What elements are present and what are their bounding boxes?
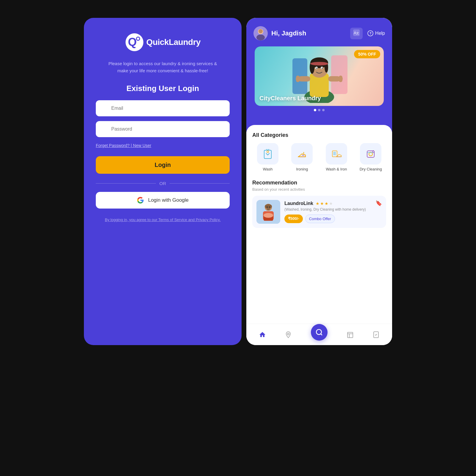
rec-description: (Washed, Ironing, Dry Cleaning with home… xyxy=(284,207,382,212)
svg-rect-61 xyxy=(347,332,353,338)
svg-point-59 xyxy=(316,329,321,334)
svg-point-56 xyxy=(267,206,268,208)
rec-name: LaundroLink xyxy=(284,201,313,206)
rec-info: LaundroLink ★ ★ ★ ★ (Washed, Ironing, Dr… xyxy=(284,201,382,223)
logo-area: Q QuickLaundry xyxy=(125,33,201,52)
greeting-text: Hi, Jagdish xyxy=(271,29,306,37)
combo-badge: Combo Offer xyxy=(305,214,335,223)
svg-point-38 xyxy=(303,155,304,156)
svg-point-3 xyxy=(137,37,139,40)
svg-rect-29 xyxy=(296,76,300,82)
login-button[interactable]: Login xyxy=(96,156,230,174)
recommendation-header: Recommendation xyxy=(252,180,386,186)
svg-point-58 xyxy=(287,333,289,335)
wash-iron-label: Wash & Iron xyxy=(326,167,347,171)
home-screen: Hi, Jagdish A 文 ? xyxy=(246,18,392,345)
svg-point-46 xyxy=(369,152,372,156)
categories-grid: Wash Ironing xyxy=(252,143,386,171)
price-badge: ₹500/- xyxy=(284,214,303,223)
terms-text: By logging in, you agree to our Terms of… xyxy=(105,217,221,223)
login-section-title: Existing User Login xyxy=(126,84,199,93)
banner-dot-1[interactable] xyxy=(314,109,316,111)
google-btn-label: Login with Google xyxy=(148,197,189,203)
help-label: Help xyxy=(375,31,385,36)
help-button[interactable]: ? Help xyxy=(367,30,385,36)
help-icon: ? xyxy=(367,30,373,36)
nav-orders[interactable] xyxy=(347,331,354,338)
home-header: Hi, Jagdish A 文 ? xyxy=(246,18,392,132)
nav-tasks[interactable] xyxy=(372,331,380,338)
app-logo-text: QuickLaundry xyxy=(146,37,201,47)
password-input-group: 🔒 xyxy=(96,121,230,137)
nav-location[interactable] xyxy=(285,331,292,338)
google-logo-icon xyxy=(137,197,144,204)
bookmark-icon[interactable]: 🔖 xyxy=(375,200,382,206)
wash-label: Wash xyxy=(263,167,273,171)
svg-rect-14 xyxy=(331,55,347,94)
banner-card[interactable]: 50% OFF CityCleaners Laundry xyxy=(255,46,384,106)
avatar xyxy=(253,26,268,40)
svg-rect-30 xyxy=(339,76,342,82)
star-rating: ★ ★ ★ ★ xyxy=(316,201,333,206)
category-dry-cleaning[interactable]: Dry Cleaning xyxy=(356,143,386,171)
forgot-password-link[interactable]: Forget Password? | New User xyxy=(96,143,230,148)
svg-line-60 xyxy=(321,334,322,335)
svg-point-7 xyxy=(259,29,263,33)
rec-actions: ₹500/- Combo Offer xyxy=(284,214,382,223)
translate-button[interactable]: A 文 xyxy=(350,28,363,39)
dry-cleaning-label: Dry Cleaning xyxy=(360,167,382,171)
user-greeting: Hi, Jagdish xyxy=(253,26,306,40)
svg-rect-32 xyxy=(264,150,271,159)
star-2: ★ xyxy=(320,201,324,206)
nav-home[interactable] xyxy=(259,331,266,338)
category-wash-iron[interactable]: Wash & Iron xyxy=(321,143,352,171)
home-content: All Categories Wash xyxy=(246,125,392,345)
email-input[interactable] xyxy=(96,100,230,116)
ironing-icon-box xyxy=(291,143,313,165)
email-input-group: ✉ xyxy=(96,100,230,116)
svg-point-37 xyxy=(302,155,303,156)
login-screen: Q QuickLaundry Please login to access ou… xyxy=(84,18,242,345)
star-1: ★ xyxy=(316,201,320,206)
svg-point-57 xyxy=(269,206,270,208)
dry-cleaning-icon-box xyxy=(360,143,381,165)
svg-text:Q: Q xyxy=(128,36,137,48)
svg-point-24 xyxy=(322,68,323,69)
rec-image xyxy=(256,200,280,224)
banner-dots xyxy=(253,106,385,114)
or-text: OR xyxy=(159,181,166,186)
app-logo-icon: Q xyxy=(125,33,144,52)
ironing-label: Ironing xyxy=(296,167,308,171)
svg-rect-39 xyxy=(332,151,337,157)
svg-text:文: 文 xyxy=(356,32,359,35)
bottom-nav xyxy=(246,324,392,345)
banner-offer-badge: 50% OFF xyxy=(354,50,380,58)
google-login-button[interactable]: Login with Google xyxy=(96,192,230,209)
wash-iron-icon-box xyxy=(326,143,347,165)
banner-title: CityCleaners Laundry xyxy=(259,95,321,102)
svg-point-52 xyxy=(265,204,272,209)
svg-point-6 xyxy=(256,35,265,40)
or-divider: OR xyxy=(96,181,230,186)
svg-point-31 xyxy=(310,62,328,65)
login-tagline: Please login to access our laundry & iro… xyxy=(106,60,219,74)
recommendation-card[interactable]: LaundroLink ★ ★ ★ ★ (Washed, Ironing, Dr… xyxy=(252,196,386,228)
category-wash[interactable]: Wash xyxy=(252,143,283,171)
star-3: ★ xyxy=(325,201,328,206)
categories-header: All Categories xyxy=(252,132,386,138)
header-actions: A 文 ? Help xyxy=(350,28,385,39)
svg-point-33 xyxy=(267,151,269,153)
recommendation-subtitle: Based on your recent activities xyxy=(252,187,386,192)
svg-rect-45 xyxy=(367,151,374,157)
svg-marker-35 xyxy=(298,154,306,157)
svg-point-23 xyxy=(316,68,317,69)
svg-text:?: ? xyxy=(369,32,372,35)
svg-point-55 xyxy=(264,213,273,218)
password-input[interactable] xyxy=(96,121,230,137)
nav-search-button[interactable] xyxy=(311,324,328,341)
banner-dot-3[interactable] xyxy=(322,109,325,111)
wash-icon-box xyxy=(257,143,278,165)
category-ironing[interactable]: Ironing xyxy=(287,143,318,171)
banner-dot-2[interactable] xyxy=(318,109,320,111)
star-4: ★ xyxy=(329,201,333,206)
